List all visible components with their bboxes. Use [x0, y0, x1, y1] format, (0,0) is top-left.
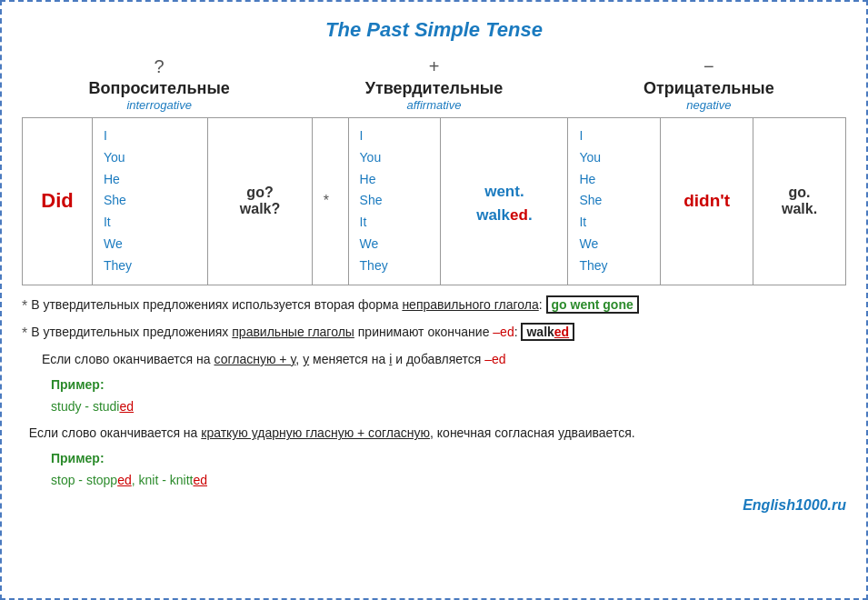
note-3-text: Если слово оканчивается на краткую ударн… [22, 423, 635, 445]
went-text: went. [452, 178, 556, 206]
question-verb1: go? [246, 185, 273, 200]
negative-verb2: walk. [782, 201, 817, 216]
consonant-y-underline: согласную + y [215, 352, 296, 366]
walked-ed: ed [510, 206, 528, 224]
negative-pronouns-cell: IYouHeSheItWeThey [568, 118, 661, 285]
y-underline: y [303, 352, 309, 366]
header-negative: − Отрицательные negative [572, 56, 846, 112]
example-1-label: Пример: [51, 377, 105, 392]
negative-verb1: go. [789, 185, 811, 200]
walked-box-ed: ed [554, 325, 569, 339]
note-1-text: В утвердительных предложениях использует… [31, 295, 639, 316]
column-headers: ? Вопросительные interrogative + Утверди… [22, 56, 846, 112]
example-1-ed: ed [119, 399, 134, 414]
affirmative-pronoun-list: IYouHeSheItWeThey [360, 125, 430, 277]
example-2-ed1: ed [117, 473, 132, 487]
brand-footer: English1000.ru [22, 497, 846, 514]
negative-verbs-cell: go. walk. [753, 118, 846, 285]
go-went-gone-box: go went gone [546, 295, 639, 314]
note-2-indent: Если слово оканчивается на согласную + y… [42, 349, 846, 371]
example-2-ed2: ed [193, 473, 207, 487]
note-2-star: * [22, 321, 27, 345]
negative-sublabel: negative [572, 98, 846, 112]
example-2-label: Пример: [51, 451, 105, 465]
affirmative-verbs-cell: went. walked. [441, 118, 568, 285]
affirmative-sublabel: affirmative [296, 98, 571, 112]
note-2-text: В утвердительных предложениях правильные… [31, 322, 574, 344]
note-2: * В утвердительных предложениях правильн… [22, 322, 846, 345]
negative-pronoun-list: IYouHeSheItWeThey [579, 125, 649, 277]
question-sublabel: interrogative [22, 98, 296, 112]
negative-label: Отрицательные [644, 79, 774, 97]
notes-section: * В утвердительных предложениях использу… [22, 295, 846, 492]
didnt-cell: didn't [661, 118, 753, 285]
grammar-table: Did IYouHeSheItWeThey go? walk? * IYouHe… [22, 117, 846, 285]
did-cell: Did [23, 118, 93, 285]
header-affirmative: + Утвердительные affirmative [296, 56, 571, 112]
minus-symbol: − [572, 56, 846, 77]
example-2-text: stop - stopped, knit - knitted [51, 473, 207, 487]
example-1-block: Пример: study - studied [51, 375, 846, 418]
page-container: The Past Simple Tense ? Вопросительные i… [0, 0, 868, 600]
note-3: Если слово оканчивается на краткую ударн… [22, 423, 846, 445]
question-label: Вопросительные [89, 79, 230, 97]
question-symbol: ? [22, 56, 296, 77]
affirmative-label: Утвердительные [365, 79, 503, 97]
example-2-block: Пример: stop - stopped, knit - knitted [51, 448, 846, 492]
question-verbs-cell: go? walk? [208, 118, 313, 285]
plus-symbol: + [296, 56, 571, 77]
question-verb2: walk? [240, 201, 280, 216]
i-underline: i [389, 352, 392, 366]
note-1: * В утвердительных предложениях использу… [22, 295, 846, 318]
note-2-underline: правильные глаголы [232, 325, 354, 339]
star-cell: * [312, 118, 348, 285]
question-pronouns-cell: IYouHeSheItWeThey [92, 118, 207, 285]
walked-text: walked. [452, 206, 556, 225]
affirmative-pronouns-cell: IYouHeSheItWeThey [348, 118, 441, 285]
header-question: ? Вопросительные interrogative [22, 56, 296, 112]
question-pronoun-list: IYouHeSheItWeThey [104, 125, 196, 277]
ed-red: –ed [484, 352, 505, 366]
page-title: The Past Simple Tense [22, 18, 846, 42]
note-1-star: * [22, 294, 27, 318]
note-1-underline: неправильного глагола [402, 297, 538, 312]
short-vowel-underline: краткую ударную гласную + согласную [201, 425, 430, 440]
example-1-text: study - studied [51, 399, 134, 414]
note-2-ed: –ed [493, 325, 514, 339]
walked-box: walked [521, 323, 574, 341]
